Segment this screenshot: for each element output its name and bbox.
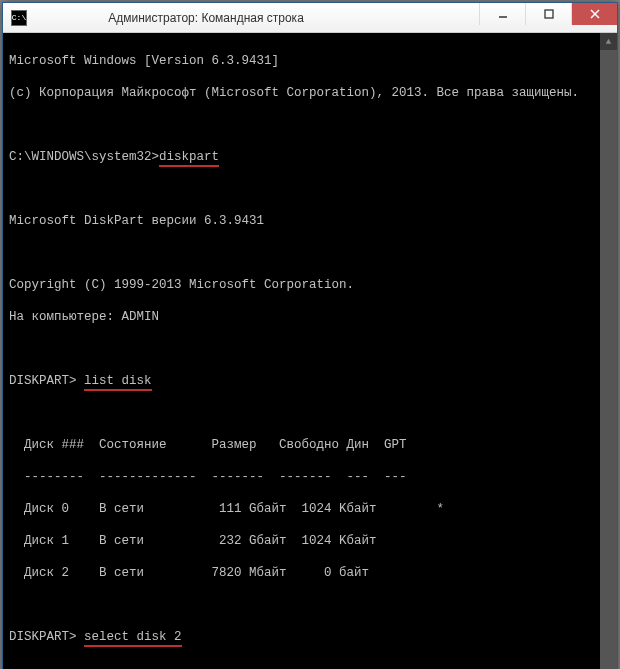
table-row: Диск 1 В сети 232 Gбайт 1024 Kбайт — [9, 533, 611, 549]
window-buttons — [479, 3, 617, 32]
svg-rect-1 — [545, 10, 553, 18]
prompt: DISKPART> — [9, 374, 77, 388]
blank — [9, 405, 611, 421]
table-sep: -------- ------------- ------- ------- -… — [9, 469, 611, 485]
header-line: (c) Корпорация Майкрософт (Microsoft Cor… — [9, 85, 611, 101]
cmd-select-disk: select disk 2 — [84, 630, 182, 647]
window-title: Администратор: Командная строка — [0, 11, 479, 25]
table-header: Диск ### Состояние Размер Свободно Дин G… — [9, 437, 611, 453]
blank — [9, 661, 611, 669]
scroll-up-button[interactable]: ▲ — [600, 33, 617, 50]
cmd-diskpart: diskpart — [159, 150, 219, 167]
prompt-line: DISKPART> select disk 2 — [9, 629, 611, 645]
maximize-button[interactable] — [525, 3, 571, 25]
scrollbar[interactable]: ▲ ▼ — [600, 33, 617, 669]
cmd-window: C:\ Администратор: Командная строка Micr… — [2, 2, 618, 669]
minimize-button[interactable] — [479, 3, 525, 25]
copyright-line: Copyright (C) 1999-2013 Microsoft Corpor… — [9, 277, 611, 293]
header-line: Microsoft Windows [Version 6.3.9431] — [9, 53, 611, 69]
scroll-track[interactable] — [600, 50, 617, 669]
blank — [9, 341, 611, 357]
computer-line: На компьютере: ADMIN — [9, 309, 611, 325]
cmd-icon: C:\ — [11, 10, 27, 26]
prompt: DISKPART> — [9, 630, 77, 644]
terminal-area[interactable]: Microsoft Windows [Version 6.3.9431] (c)… — [3, 33, 617, 669]
titlebar[interactable]: C:\ Администратор: Командная строка — [3, 3, 617, 33]
prompt: C:\WINDOWS\system32> — [9, 150, 159, 164]
prompt-line: C:\WINDOWS\system32>diskpart — [9, 149, 611, 165]
prompt-line: DISKPART> list disk — [9, 373, 611, 389]
close-button[interactable] — [571, 3, 617, 25]
blank — [9, 597, 611, 613]
scroll-thumb[interactable] — [600, 50, 617, 669]
table-row: Диск 2 В сети 7820 Mбайт 0 байт — [9, 565, 611, 581]
blank — [9, 245, 611, 261]
blank — [9, 181, 611, 197]
table-row: Диск 0 В сети 111 Gбайт 1024 Kбайт * — [9, 501, 611, 517]
cmd-list-disk: list disk — [84, 374, 152, 391]
diskpart-version: Microsoft DiskPart версии 6.3.9431 — [9, 213, 611, 229]
blank — [9, 117, 611, 133]
